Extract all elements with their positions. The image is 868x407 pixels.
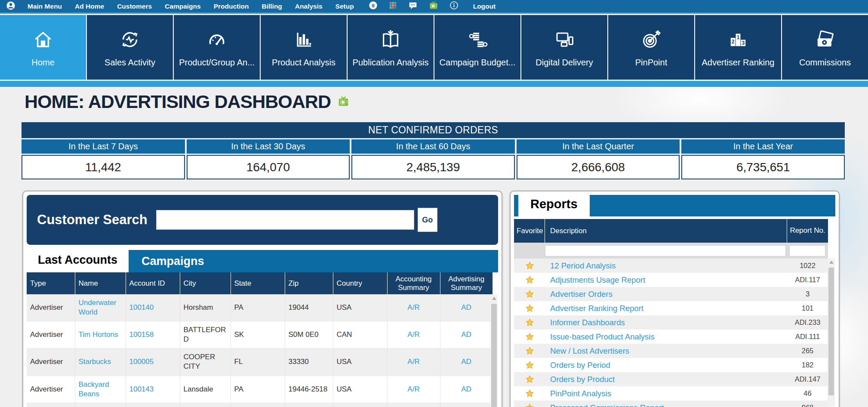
column-header-state[interactable]: State <box>231 272 285 294</box>
menu-item[interactable]: Analysis <box>295 3 323 10</box>
account-state: NY <box>231 403 285 407</box>
column-header-zip[interactable]: Zip <box>285 272 333 294</box>
favorite-star-icon[interactable] <box>514 290 545 299</box>
advertising-summary-link[interactable]: AD <box>461 385 471 393</box>
go-button[interactable]: Go <box>418 208 437 232</box>
tab-home[interactable]: Home <box>0 15 86 80</box>
net-orders-period-label: In the Last 7 Days <box>22 139 185 154</box>
logout-button[interactable]: Logout <box>473 3 496 10</box>
net-orders-value: 2,666,608 <box>517 155 680 179</box>
menu-item[interactable]: Campaigns <box>165 3 201 10</box>
favorite-star-icon[interactable] <box>514 318 545 327</box>
column-header-name[interactable]: Name <box>75 272 126 294</box>
account-city: Horsham <box>180 294 231 321</box>
column-header-favorite[interactable]: Favorite <box>514 219 545 243</box>
scrollbar-thumb[interactable] <box>491 304 497 407</box>
favorite-star-icon[interactable] <box>514 389 545 398</box>
user-icon[interactable] <box>6 1 15 12</box>
tab-campaign-budget[interactable]: Campaign Budget... <box>434 15 520 80</box>
tab-product-group-analysis[interactable]: Product/Group An... <box>174 15 260 80</box>
account-type: Advertiser <box>27 376 75 403</box>
report-link[interactable]: Advertiser Ranking Report <box>550 304 643 313</box>
apps-grid-icon[interactable] <box>389 1 397 11</box>
report-link[interactable]: Issue-based Product Analysis <box>550 332 655 341</box>
scrollbar-thumb[interactable] <box>828 268 834 395</box>
report-link[interactable]: New / Lost Advertisers <box>550 346 629 355</box>
accounting-summary-link[interactable]: A/R <box>407 303 419 311</box>
report-link[interactable]: Orders by Period <box>550 361 610 370</box>
favorite-star-icon[interactable] <box>514 346 545 355</box>
tab-commissions[interactable]: Commissions <box>782 15 868 80</box>
report-link[interactable]: PinPoint Analysis <box>550 389 611 398</box>
favorite-star-icon[interactable] <box>514 275 545 284</box>
column-header-account-id[interactable]: Account ID <box>126 272 180 294</box>
tab-campaigns[interactable]: Campaigns <box>142 250 204 272</box>
tab-advertiser-ranking[interactable]: 213 Advertiser Ranking <box>695 15 781 80</box>
account-id-link[interactable]: 100005 <box>129 358 154 366</box>
account-name-link[interactable]: Backyard Beans <box>79 380 109 398</box>
column-header-report-no[interactable]: Report No. <box>787 219 828 243</box>
favorite-star-icon[interactable] <box>514 361 545 370</box>
tab-product-analysis[interactable]: Product Analysis <box>261 15 347 80</box>
menu-item[interactable]: Main Menu <box>28 3 62 10</box>
report-link[interactable]: Orders by Product <box>550 375 615 384</box>
advertising-summary-cell: AD <box>440 376 492 403</box>
report-row: Orders by Product ADI.147 <box>514 372 828 386</box>
accounting-summary-link[interactable]: A/R <box>407 330 419 339</box>
accounting-summary-link[interactable]: A/R <box>407 385 419 393</box>
reports-scrollbar[interactable] <box>828 259 835 407</box>
account-id-link[interactable]: 100140 <box>129 303 154 311</box>
account-id-link[interactable]: 100158 <box>129 330 154 339</box>
accounts-scrollbar[interactable] <box>490 295 498 407</box>
column-header-type[interactable]: Type <box>27 272 75 294</box>
favorite-star-icon[interactable] <box>514 304 545 313</box>
description-filter-input[interactable] <box>545 245 786 256</box>
tab-publication-analysis[interactable]: Publication Analysis <box>348 15 434 80</box>
advertising-summary-link[interactable]: AD <box>461 358 471 366</box>
notification-badge[interactable]: 8 <box>369 1 378 12</box>
tab-sales-activity[interactable]: Sales Activity <box>87 15 173 80</box>
account-id-cell: 100023 <box>126 403 180 407</box>
tab-reports[interactable]: Reports <box>518 192 590 216</box>
menu-item[interactable]: Setup <box>336 3 354 10</box>
menu-item[interactable]: Customers <box>117 3 152 10</box>
report-no-filter-input[interactable] <box>789 245 825 256</box>
chat-icon[interactable] <box>408 1 418 12</box>
favorite-star-icon[interactable] <box>514 332 545 341</box>
report-link[interactable]: Processed Commissions Report <box>550 403 664 407</box>
account-name-link[interactable]: Tim Hortons <box>79 330 118 339</box>
tab-last-accounts[interactable]: Last Accounts <box>27 247 129 272</box>
column-header-description[interactable]: Description <box>545 219 787 243</box>
menu-item[interactable]: Billing <box>262 3 282 10</box>
accounting-summary-cell: A/R <box>387 348 440 376</box>
accounting-summary-link[interactable]: A/R <box>407 358 419 366</box>
account-name-link[interactable]: Starbucks <box>79 358 111 366</box>
video-tutorial-icon[interactable] <box>338 96 349 108</box>
column-header-country[interactable]: Country <box>333 272 387 294</box>
scroll-up-arrow[interactable] <box>828 259 835 266</box>
reports-tab-bar: Reports <box>514 195 835 216</box>
report-link[interactable]: 12 Period Analysis <box>550 261 616 270</box>
favorite-star-icon[interactable] <box>514 403 545 407</box>
column-header-city[interactable]: City <box>180 272 231 294</box>
advertising-summary-link[interactable]: AD <box>461 330 471 339</box>
report-link[interactable]: Advertiser Orders <box>550 290 613 299</box>
column-header-advertising-summary[interactable]: Advertising Summary <box>440 272 492 294</box>
account-name-link[interactable]: Underwater World <box>79 299 117 316</box>
account-type: Advertiser <box>27 403 75 407</box>
tab-digital-delivery[interactable]: Digital Delivery <box>521 15 607 80</box>
favorite-star-icon[interactable] <box>514 375 545 384</box>
info-icon[interactable] <box>449 1 459 12</box>
tab-pinpoint[interactable]: PinPoint <box>608 15 694 80</box>
scroll-up-arrow[interactable] <box>490 295 498 302</box>
report-link[interactable]: Adjustments Usage Report <box>550 275 645 284</box>
customer-search-input[interactable] <box>156 210 414 230</box>
video-tutorial-icon[interactable] <box>429 1 438 12</box>
account-id-link[interactable]: 100143 <box>129 385 154 393</box>
report-link[interactable]: Informer Dashboards <box>550 318 625 327</box>
menu-item[interactable]: Production <box>214 3 249 10</box>
menu-item[interactable]: Ad Home <box>75 3 104 10</box>
advertising-summary-link[interactable]: AD <box>461 303 471 311</box>
favorite-star-icon[interactable] <box>514 261 545 270</box>
column-header-accounting-summary[interactable]: Accounting Summary <box>387 272 440 294</box>
